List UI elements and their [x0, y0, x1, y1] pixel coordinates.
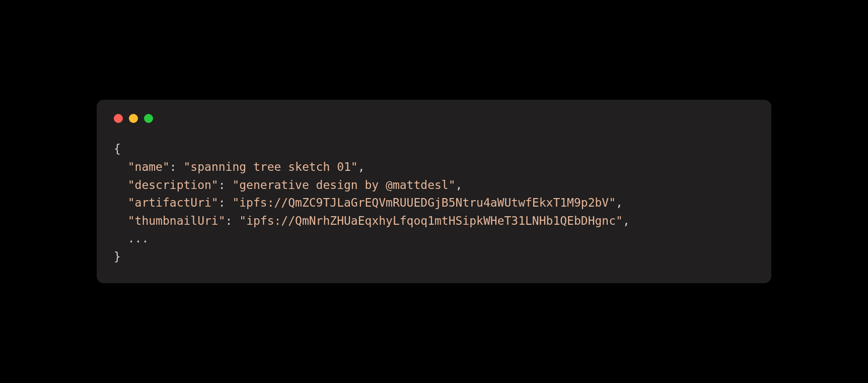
json-key: "description" — [128, 178, 219, 191]
code-window: { "name": "spanning tree sketch 01", "de… — [97, 100, 771, 283]
traffic-lights — [114, 114, 754, 123]
json-value: "ipfs://QmZC9TJLaGrEQVmRUUEDGjB5Ntru4aWU… — [232, 196, 616, 209]
minimize-icon[interactable] — [129, 114, 138, 123]
json-value: "generative design by @mattdesl" — [232, 178, 455, 191]
ellipsis: ... — [128, 232, 149, 245]
json-key: "name" — [128, 160, 170, 173]
code-block: { "name": "spanning tree sketch 01", "de… — [114, 140, 754, 266]
code-line-1: "description": "generative design by @ma… — [114, 178, 462, 191]
brace-open: { — [114, 142, 121, 155]
code-line-3: "thumbnailUri": "ipfs://QmNrhZHUaEqxhyLf… — [114, 214, 630, 227]
json-key: "artifactUri" — [128, 196, 219, 209]
json-value: "ipfs://QmNrhZHUaEqxhyLfqoq1mtHSipkWHeT3… — [239, 214, 623, 227]
json-value: "spanning tree sketch 01" — [184, 160, 358, 173]
close-icon[interactable] — [114, 114, 123, 123]
code-line-0: "name": "spanning tree sketch 01", — [114, 160, 365, 173]
brace-close: } — [114, 250, 121, 263]
zoom-icon[interactable] — [144, 114, 153, 123]
code-line-ellipsis: ... — [114, 232, 149, 245]
json-key: "thumbnailUri" — [128, 214, 226, 227]
code-line-2: "artifactUri": "ipfs://QmZC9TJLaGrEQVmRU… — [114, 196, 623, 209]
